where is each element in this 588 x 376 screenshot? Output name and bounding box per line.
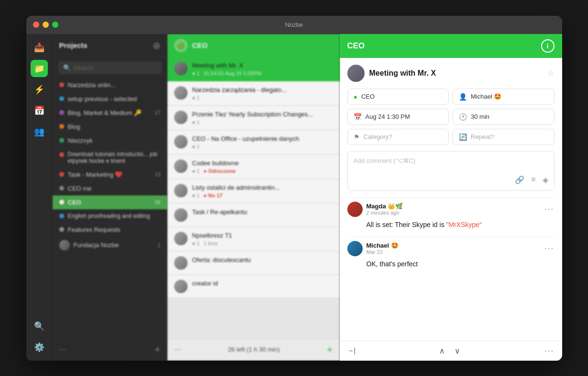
task-content: Narzedzia zarządzania - dlegato... ● 1 [192,86,333,101]
task-item[interactable]: Codee buildovne ● 1 ● Odroczone [167,155,340,179]
project-item[interactable]: Task - Marketing ❤️ 13 [53,168,167,182]
task-item[interactable]: CEO - Na Office - uzupelnienie danych ● … [167,130,340,155]
sidebar-icon-inbox[interactable]: 📥 [31,39,48,56]
dropbox-icon[interactable]: ◈ [543,175,548,184]
comment-more-icon[interactable]: ··· [544,243,554,253]
duration-field[interactable]: 🕐 30 min [453,109,555,125]
comment-author-info: Michael 🤩 Mar 23 [366,242,399,255]
project-field[interactable]: ● CEO [347,89,449,105]
task-content: Codee buildovne ● 1 ● Odroczone [192,160,333,174]
task-item[interactable]: Meeting with Mr. X ● 1 31:54:01 Aug 24 5… [167,57,340,81]
sidebar-icon-search[interactable]: 🔍 [31,318,48,335]
comment-time: 2 minutes ago [366,210,403,216]
project-item[interactable]: English proofreading and editing [53,209,167,223]
project-item[interactable]: Narzedzia onlin... [53,78,167,92]
task-content: Przenie Tlez Yearly Subscription Changes… [192,111,333,125]
assignee-label: Michael 🤩 [471,93,501,100]
task-item[interactable]: creator id [167,275,340,298]
close-button[interactable] [33,22,39,28]
comment-more-icon[interactable]: ··· [544,204,554,214]
detail-info-button[interactable]: i [541,39,555,53]
project-name: setup previous - selected [68,95,161,103]
project-item[interactable]: setup previous - selected [53,92,167,106]
clock-icon: 🕐 [459,113,467,121]
comment-author-left: Magda 👑🌿 2 minutes ago [347,202,403,217]
project-name: CEO [68,199,151,206]
date-field[interactable]: 📅 Aug 24 1:30 PM [347,109,449,125]
project-item[interactable]: CEO me [53,182,167,195]
titlebar: Nozbe [26,16,562,34]
project-item[interactable]: Fundacja Nozbe 1 [53,237,167,254]
task-item[interactable]: Narzedzia zarządzania - dlegato... ● 1 [167,81,340,106]
sidebar-icon-projects[interactable]: 📁 [31,60,48,77]
project-count: 17 [155,110,160,115]
project-name: Blog [68,123,161,130]
duration-label: 30 min [471,113,489,120]
category-placeholder: Category? [364,133,392,140]
nav-up-icon[interactable]: ∧ [439,346,445,355]
task-avatar [174,184,188,197]
project-name: Narzedzia onlin... [68,81,157,89]
detail-more-icon[interactable]: ··· [544,346,554,356]
comment-text-michael: OK, that's perfect [347,259,555,269]
task-content: Task / Re-apelkantu [192,208,333,217]
fullscreen-button[interactable] [52,22,58,28]
project-item[interactable]: Features Requests [53,223,167,237]
projects-search[interactable]: 🔍 Search [58,61,162,74]
task-meta: ● 1 ● Odroczone [192,168,333,174]
comment-entry-magda: Magda 👑🌿 2 minutes ago ··· All is set: T… [347,202,555,230]
nav-down-icon[interactable]: ∨ [455,346,460,355]
sidebar-icon-settings[interactable]: ⚙️ [31,339,48,356]
comment-input[interactable]: Add comment (⌥⌘C) [354,157,548,171]
comment-time: Mar 23 [366,249,399,255]
detail-project-name: CEO [347,41,365,51]
task-meta: ● 1 [192,119,333,125]
project-item[interactable]: Downtoad tutorials introductio... job et… [53,148,167,168]
task-item[interactable]: Przenie Tlez Yearly Subscription Changes… [167,106,340,130]
mark-done-button[interactable]: →| [347,347,356,354]
sidebar-icon-priority[interactable]: ⚡ [31,81,48,98]
task-avatar [174,111,188,124]
link-icon[interactable]: 🔗 [515,175,524,184]
task-title: Przenie Tlez Yearly Subscription Changes… [192,111,333,118]
star-icon[interactable]: ☆ [547,68,555,79]
task-item[interactable]: Npselbresz T1 ● 1 1 time [167,227,340,251]
task-item[interactable]: Listy ostalici de adminsitrantin... ● 1 … [167,179,340,204]
task-title: Listy ostalici de adminsitrantin... [192,184,333,191]
icon-sidebar: 📥 📁 ⚡ 📅 👥 🔍 ⚙️ [26,34,53,361]
task-item[interactable]: Task / Re-apelkantu [167,204,340,227]
category-field[interactable]: ⚑ Category? [347,129,449,145]
tasks-add-button[interactable]: + [327,343,333,356]
footer-more-icon[interactable]: ··· [59,344,67,354]
task-content: Oferta: discutescantu [192,256,333,265]
project-item[interactable]: Blog, Market & Medium 🔑 17 [53,106,167,120]
task-title: Task / Re-apelkantu [192,208,333,216]
list-icon[interactable]: ≡ [531,175,535,184]
task-item[interactable]: Oferta: discutescantu [167,251,340,275]
repeat-field[interactable]: 🔄 Repeat? [453,129,555,145]
tasks-count: 26 left (1 h 30 min) [228,346,279,353]
app-title: Nozbe [285,21,303,28]
project-item-ceo[interactable]: CEO 26 [53,195,167,209]
project-dot [59,138,64,143]
project-name: Features Requests [68,226,161,233]
sidebar-icon-team[interactable]: 👥 [31,123,48,140]
tasks-footer-more[interactable]: ··· [174,344,181,354]
footer-add-icon[interactable]: + [155,343,161,356]
task-priority: ● 1 [192,95,200,101]
sidebar-icon-calendar[interactable]: 📅 [31,102,48,119]
project-item[interactable]: Blog [53,120,167,134]
task-priority: ● 1 [192,193,200,198]
project-dot [59,227,64,232]
task-priority: ● 1 [192,240,200,246]
projects-add-icon[interactable]: ⊕ [153,40,161,51]
project-item[interactable]: Niezzvyk [53,134,167,148]
search-placeholder: Search [74,64,93,71]
task-meta: ● 1 1 time [192,240,333,246]
minimize-button[interactable] [43,22,49,28]
task-avatar [174,62,188,75]
info-icon: i [547,42,549,50]
task-priority: ● 1 [192,119,200,125]
assignee-field[interactable]: 👤 Michael 🤩 [453,89,555,105]
task-priority: ● 1 [192,168,200,174]
